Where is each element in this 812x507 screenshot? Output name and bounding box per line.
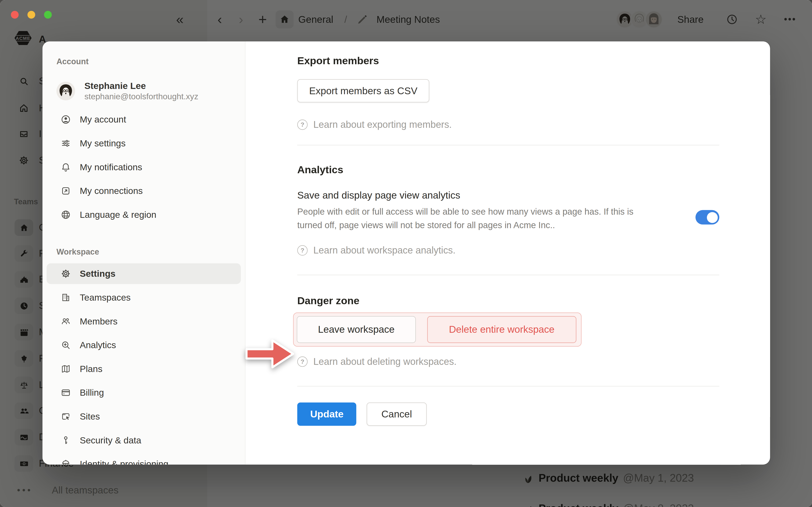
update-button[interactable]: Update bbox=[297, 402, 357, 426]
sidebar-item-members[interactable]: Members bbox=[43, 311, 245, 332]
analytics-setting-title: Save and display page view analytics bbox=[297, 190, 655, 201]
modal-footer: Update Cancel bbox=[297, 402, 719, 426]
minimize-window-button[interactable] bbox=[28, 11, 35, 18]
divider bbox=[297, 386, 719, 386]
help-circle-icon: ? bbox=[297, 120, 308, 130]
sidebar-item-security-data[interactable]: Security & data bbox=[43, 430, 245, 451]
divider bbox=[297, 145, 719, 145]
sidebar-item-my-notifications[interactable]: My notifications bbox=[43, 157, 245, 177]
people-icon bbox=[61, 316, 71, 326]
sidebar-item-settings[interactable]: Settings bbox=[47, 264, 241, 284]
leave-workspace-button[interactable]: Leave workspace bbox=[297, 316, 416, 343]
help-circle-icon: ? bbox=[297, 356, 308, 367]
sidebar-item-my-connections[interactable]: My connections bbox=[43, 181, 245, 201]
divider bbox=[297, 275, 719, 275]
bell-icon bbox=[61, 162, 71, 172]
user-avatar bbox=[56, 82, 75, 100]
settings-content: Export members Export members as CSV ? L… bbox=[246, 41, 770, 464]
zoom-window-button[interactable] bbox=[44, 11, 52, 18]
sidebar-item-identity-provisioning[interactable]: Identity & provisioning bbox=[43, 454, 245, 464]
help-circle-icon: ? bbox=[297, 245, 308, 256]
sidebar-item-sites[interactable]: Sites bbox=[43, 406, 245, 427]
sidebar-item-language-region[interactable]: Language & region bbox=[43, 204, 245, 225]
key-icon bbox=[61, 435, 71, 446]
person-circle-icon bbox=[61, 114, 71, 125]
sidebar-item-plans[interactable]: Plans bbox=[43, 358, 245, 379]
browser-cursor-icon bbox=[61, 411, 71, 421]
toggle-knob bbox=[707, 212, 718, 223]
account-menu: My account My settings My notifications … bbox=[43, 109, 245, 225]
sidebar-item-my-account[interactable]: My account bbox=[43, 109, 245, 130]
annotation-arrow-icon bbox=[245, 337, 296, 371]
app-window: ACME A S H I S Teams G P E bbox=[0, 0, 812, 507]
magnifier-plus-icon bbox=[61, 340, 71, 350]
settings-modal: Account Stephanie Lee stephanie@toolsfor… bbox=[43, 41, 770, 464]
analytics-help-link[interactable]: ? Learn about workspace analytics. bbox=[297, 245, 719, 256]
user-email: stephanie@toolsforthought.xyz bbox=[84, 92, 198, 102]
window-controls bbox=[11, 11, 52, 18]
danger-zone-box: Leave workspace Delete entire workspace bbox=[293, 313, 581, 347]
building-icon bbox=[61, 292, 71, 303]
export-members-csv-button[interactable]: Export members as CSV bbox=[297, 79, 429, 103]
workspace-section-label: Workspace bbox=[56, 247, 245, 257]
sliders-icon bbox=[61, 138, 71, 149]
sidebar-item-teamspaces[interactable]: Teamspaces bbox=[43, 287, 245, 308]
close-window-button[interactable] bbox=[11, 11, 18, 18]
workspace-menu: Settings Teamspaces Members Analytics Pl… bbox=[43, 264, 245, 465]
analytics-toggle[interactable] bbox=[696, 210, 719, 225]
delete-workspace-button[interactable]: Delete entire workspace bbox=[427, 316, 576, 343]
arrow-out-box-icon bbox=[61, 186, 71, 196]
gear-icon bbox=[61, 269, 71, 279]
danger-help-link[interactable]: ? Learn about deleting workspaces. bbox=[297, 356, 719, 368]
settings-sidebar: Account Stephanie Lee stephanie@toolsfor… bbox=[43, 41, 246, 464]
sidebar-item-billing[interactable]: Billing bbox=[43, 382, 245, 403]
account-user[interactable]: Stephanie Lee stephanie@toolsforthought.… bbox=[56, 80, 245, 102]
export-help-link[interactable]: ? Learn about exporting members. bbox=[297, 119, 719, 130]
cancel-button[interactable]: Cancel bbox=[367, 402, 426, 426]
globe-icon bbox=[61, 210, 71, 220]
credit-card-icon bbox=[61, 387, 71, 398]
export-members-title: Export members bbox=[297, 55, 719, 67]
analytics-setting-row: Save and display page view analytics Peo… bbox=[297, 190, 719, 232]
analytics-setting-description: People with edit or full access will be … bbox=[297, 205, 655, 232]
account-section-label: Account bbox=[56, 57, 245, 66]
bank-icon bbox=[61, 459, 71, 464]
user-name: Stephanie Lee bbox=[84, 80, 198, 92]
map-icon bbox=[61, 364, 71, 374]
analytics-title: Analytics bbox=[297, 164, 719, 176]
danger-zone-title: Danger zone bbox=[297, 295, 719, 307]
sidebar-item-my-settings[interactable]: My settings bbox=[43, 133, 245, 154]
sidebar-item-analytics[interactable]: Analytics bbox=[43, 335, 245, 355]
